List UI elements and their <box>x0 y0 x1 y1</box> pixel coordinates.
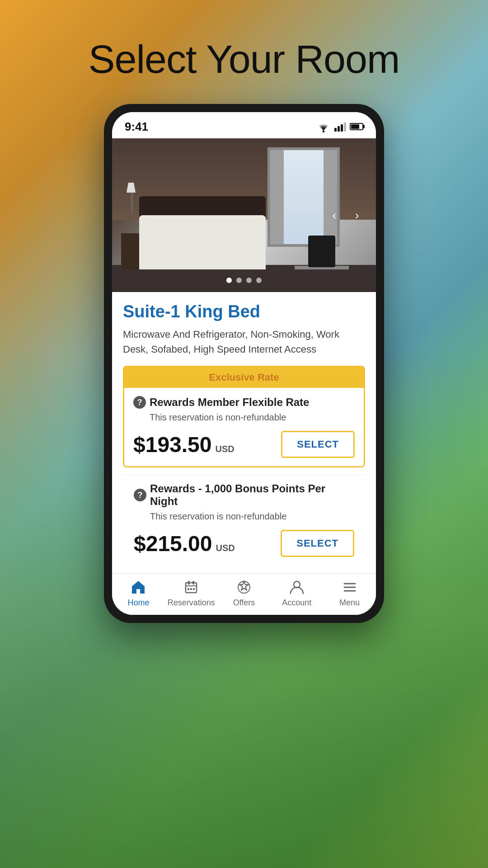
rate-name-2: Rewards - 1,000 Bonus Points Per Night <box>150 482 354 508</box>
bottom-nav: Home Reservations <box>112 573 376 615</box>
nav-item-offers[interactable]: Offers <box>218 579 271 608</box>
nav-label-menu: Menu <box>339 598 360 608</box>
svg-rect-5 <box>192 581 194 585</box>
rate-price-2: $215.00 USD <box>134 531 235 556</box>
room-chair <box>308 236 335 267</box>
rate-info-icon[interactable]: ? <box>133 396 146 409</box>
svg-marker-2 <box>127 183 136 193</box>
select-button-2[interactable]: SELECT <box>281 530 354 557</box>
select-button-1[interactable]: SELECT <box>281 431 355 458</box>
room-description: Microwave And Refrigerator, Non-Smoking,… <box>123 327 365 357</box>
room-name: Suite-1 King Bed <box>123 302 365 321</box>
nav-item-home[interactable]: Home <box>112 579 165 608</box>
status-bar: 9:41 <box>112 112 376 138</box>
room-window <box>267 147 340 247</box>
rate-info-icon-2[interactable]: ? <box>134 489 146 501</box>
svg-rect-1 <box>131 193 133 213</box>
rate-card-body: ? Rewards Member Flexible Rate This rese… <box>124 388 364 466</box>
svg-rect-3 <box>186 583 197 593</box>
exclusive-rate-label: Exclusive Rate <box>209 372 279 383</box>
carousel-indicators <box>226 278 262 283</box>
nav-item-account[interactable]: Account <box>270 579 323 608</box>
room-lamp-left <box>125 179 143 215</box>
svg-rect-7 <box>190 588 192 590</box>
rate-card-exclusive: Exclusive Rate ? Rewards Member Flexible… <box>123 366 365 467</box>
status-time: 9:41 <box>125 120 148 134</box>
rate-policy-2: This reservation is non-refundable <box>134 511 354 522</box>
room-image-container: ‹ › <box>112 138 376 292</box>
status-icons <box>315 118 363 135</box>
svg-rect-6 <box>188 588 189 590</box>
svg-point-9 <box>238 581 250 593</box>
svg-rect-4 <box>188 581 190 585</box>
rate-card-header: Exclusive Rate <box>124 367 364 388</box>
battery-icon <box>350 123 363 130</box>
carousel-dot-2[interactable] <box>236 278 242 283</box>
room-info: Suite-1 King Bed Microwave And Refrigera… <box>112 292 376 573</box>
phone-screen: 9:41 <box>112 112 376 615</box>
rate-price-currency: USD <box>216 444 235 454</box>
carousel-next-button[interactable]: › <box>347 205 367 225</box>
rate-footer: $193.50 USD SELECT <box>133 431 355 458</box>
phone-container: 9:41 <box>104 104 384 623</box>
nav-item-reservations[interactable]: Reservations <box>165 579 218 608</box>
nav-label-home: Home <box>127 598 149 608</box>
rate-price: $193.50 USD <box>133 432 235 457</box>
nav-label-reservations: Reservations <box>168 598 215 608</box>
reservations-icon <box>183 579 199 595</box>
home-icon <box>130 579 146 595</box>
svg-rect-8 <box>193 588 195 590</box>
phone-frame: 9:41 <box>104 104 384 623</box>
rate-price-currency-2: USD <box>216 543 235 553</box>
carousel-dot-1[interactable] <box>226 278 232 283</box>
account-icon <box>289 579 305 595</box>
menu-icon <box>342 579 358 595</box>
room-bed <box>139 215 266 269</box>
page-title: Select Your Room <box>0 36 488 82</box>
rate-footer-2: $215.00 USD SELECT <box>134 530 354 557</box>
offers-icon <box>236 579 252 595</box>
carousel-dot-4[interactable] <box>256 278 262 283</box>
carousel-prev-button[interactable]: ‹ <box>324 205 344 225</box>
rate-price-amount: $193.50 <box>133 432 212 457</box>
rate-card-2: ? Rewards - 1,000 Bonus Points Per Night… <box>123 475 365 566</box>
svg-point-0 <box>323 130 325 132</box>
rate-name-row-2: ? Rewards - 1,000 Bonus Points Per Night <box>134 482 354 508</box>
rate-name: Rewards Member Flexible Rate <box>150 396 309 409</box>
nav-label-account: Account <box>282 598 311 608</box>
signal-icon <box>334 122 346 132</box>
rate-policy: This reservation is non-refundable <box>133 412 355 423</box>
page-title-container: Select Your Room <box>0 36 488 82</box>
nav-label-offers: Offers <box>233 598 255 608</box>
wifi-icon <box>315 118 332 135</box>
rate-price-amount-2: $215.00 <box>134 531 212 556</box>
rate-name-row: ? Rewards Member Flexible Rate <box>133 396 355 409</box>
nav-item-menu[interactable]: Menu <box>323 579 376 608</box>
carousel-dot-3[interactable] <box>246 278 252 283</box>
